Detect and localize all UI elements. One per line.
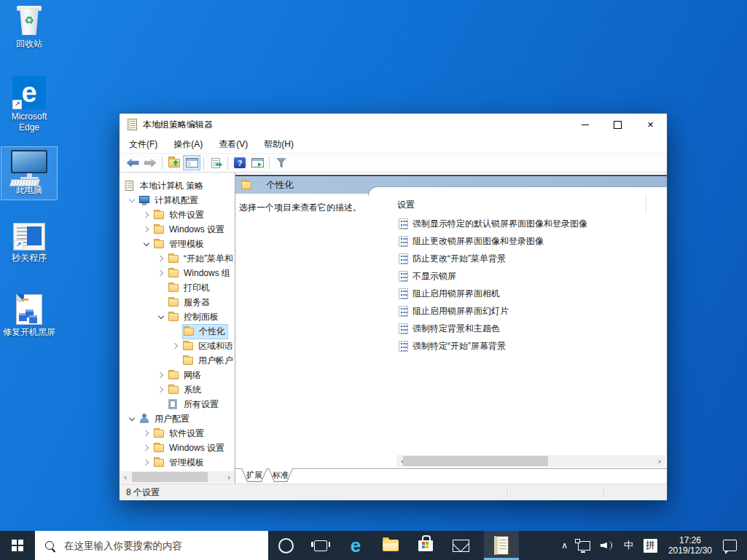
tree-horizontal-scrollbar[interactable]: ‹ ›: [120, 471, 235, 483]
tree-item[interactable]: 区域和语: [120, 339, 235, 353]
ime-mode-button[interactable]: 拼: [638, 531, 662, 560]
forward-button[interactable]: [141, 155, 159, 170]
tree-item[interactable]: 系统: [120, 382, 235, 397]
list-horizontal-scrollbar[interactable]: ‹ ›: [396, 455, 665, 467]
console-tree-icon: [186, 158, 198, 167]
setting-row[interactable]: 阻止启用锁屏界面幻灯片: [399, 304, 509, 318]
edge-icon: e ↗: [12, 76, 46, 109]
close-button[interactable]: ✕: [634, 114, 667, 135]
chevron-down-icon[interactable]: [154, 309, 168, 324]
taskbar-search[interactable]: [35, 531, 268, 560]
chevron-right-icon[interactable]: [154, 266, 168, 280]
filter-button[interactable]: [273, 155, 290, 170]
scroll-left-icon[interactable]: ‹: [120, 473, 131, 481]
tree-item[interactable]: 软件设置: [120, 208, 235, 222]
chevron-down-icon[interactable]: [125, 193, 139, 208]
chevron-down-icon[interactable]: [125, 411, 139, 426]
scroll-right-icon[interactable]: ›: [654, 457, 665, 465]
folder-icon: [168, 312, 181, 322]
tree-item[interactable]: 软件设置: [120, 426, 235, 441]
menu-action[interactable]: 操作(A): [173, 138, 203, 151]
maximize-button[interactable]: [601, 114, 634, 135]
chevron-right-icon[interactable]: [139, 426, 154, 441]
setting-row[interactable]: 强制特定“开始”屏幕背景: [399, 339, 506, 353]
folder-icon: [154, 239, 167, 249]
gpedit-taskbar-button[interactable]: [484, 531, 519, 560]
start-button[interactable]: [0, 531, 35, 560]
chevron-right-icon[interactable]: [139, 455, 154, 470]
title-bar[interactable]: 本地组策略编辑器 ✕: [120, 114, 667, 135]
selected-tree-item[interactable]: 个性化: [183, 325, 227, 339]
store-button[interactable]: [408, 531, 443, 560]
scrollbar-thumb[interactable]: [403, 456, 548, 466]
action-center-button[interactable]: [718, 531, 747, 560]
tree-item[interactable]: 用户帐户: [120, 353, 235, 368]
chevron-up-icon: ∧: [561, 540, 568, 551]
settings-column-header[interactable]: 设置: [397, 199, 415, 211]
tray-chevron-button[interactable]: ∧: [556, 531, 573, 560]
search-input[interactable]: [63, 540, 268, 552]
tree-item[interactable]: 控制面板: [120, 309, 235, 324]
tree-item[interactable]: Windows 设置: [120, 222, 235, 237]
tree-item-root[interactable]: 本地计算机 策略: [120, 178, 235, 193]
show-action-pane-button[interactable]: [249, 155, 266, 170]
desktop-icon-this-pc[interactable]: 此电脑: [1, 147, 57, 200]
tree-item-all-settings[interactable]: 所有设置: [120, 397, 235, 411]
scroll-right-icon[interactable]: ›: [223, 473, 235, 481]
tree-item[interactable]: 打印机: [120, 280, 235, 295]
setting-row[interactable]: 阻止启用锁屏界面相机: [399, 286, 500, 301]
task-view-button[interactable]: [303, 531, 338, 560]
desktop-icon-label: 此电脑: [1, 185, 57, 196]
chevron-down-icon[interactable]: [139, 237, 154, 251]
chevron-right-icon[interactable]: [154, 368, 168, 382]
setting-row[interactable]: 防止更改“开始”菜单背景: [399, 251, 506, 266]
show-console-tree-button[interactable]: [183, 155, 200, 170]
tree-item[interactable]: Windows 组: [120, 266, 235, 280]
tree-item[interactable]: 网络: [120, 368, 235, 382]
tree-item[interactable]: 管理模板: [120, 455, 235, 470]
column-divider[interactable]: [646, 196, 646, 212]
scrollbar-thumb[interactable]: [132, 472, 208, 482]
tree-item-personalization[interactable]: 个性化: [120, 324, 235, 339]
tab-standard[interactable]: 标准: [268, 468, 293, 482]
mail-button[interactable]: [443, 531, 478, 560]
volume-button[interactable]: [595, 531, 619, 560]
chevron-right-icon[interactable]: [168, 339, 183, 353]
clock[interactable]: 17:26 2019/12/30: [662, 535, 718, 556]
tree-item[interactable]: “开始”菜单和: [120, 251, 235, 266]
desktop-icon-recycle-bin[interactable]: ♻︎ 回收站: [1, 6, 57, 50]
tree-item[interactable]: Windows 设置: [120, 441, 235, 455]
chevron-right-icon[interactable]: [139, 222, 154, 237]
export-list-button[interactable]: [207, 155, 224, 170]
desktop-icon-edge[interactable]: e ↗ Microsoft Edge: [1, 76, 57, 133]
setting-row[interactable]: 强制特定背景和主题色: [399, 321, 500, 336]
tree-item-user-config[interactable]: 用户配置: [120, 411, 235, 426]
tab-extended[interactable]: 扩展: [241, 468, 267, 482]
chevron-right-icon[interactable]: [139, 208, 154, 222]
chevron-right-icon[interactable]: [154, 382, 168, 397]
back-button[interactable]: [124, 155, 141, 170]
tree-item[interactable]: 服务器: [120, 295, 235, 309]
cortana-button[interactable]: [268, 531, 303, 560]
minimize-icon: [582, 125, 589, 125]
tree-item[interactable]: 管理模板: [120, 237, 235, 251]
tree-item-computer-config[interactable]: 计算机配置: [120, 193, 235, 208]
menu-help[interactable]: 帮助(H): [264, 138, 294, 151]
up-one-level-button[interactable]: [165, 155, 183, 170]
menu-view[interactable]: 查看(V): [219, 138, 248, 151]
setting-row[interactable]: 阻止更改锁屏界面图像和登录图像: [399, 234, 544, 248]
file-explorer-button[interactable]: [373, 531, 408, 560]
menu-file[interactable]: 文件(F): [129, 138, 157, 151]
desktop-icon-app-shortcut[interactable]: ↗ 秒关程序: [1, 223, 57, 264]
minimize-button[interactable]: [568, 114, 601, 135]
ime-language-button[interactable]: 中: [619, 531, 638, 560]
desktop-icon-registry-fix[interactable]: 修复开机黑屏: [1, 294, 57, 338]
taskbar-edge-button[interactable]: e: [338, 531, 373, 560]
ime-language-label: 中: [624, 539, 633, 552]
network-button[interactable]: [573, 531, 595, 560]
chevron-right-icon[interactable]: [154, 251, 168, 266]
setting-row[interactable]: 强制显示特定的默认锁屏界面图像和登录图像: [399, 216, 587, 231]
chevron-right-icon[interactable]: [139, 441, 154, 455]
help-button[interactable]: ?: [231, 155, 249, 170]
setting-row[interactable]: 不显示锁屏: [399, 269, 456, 283]
